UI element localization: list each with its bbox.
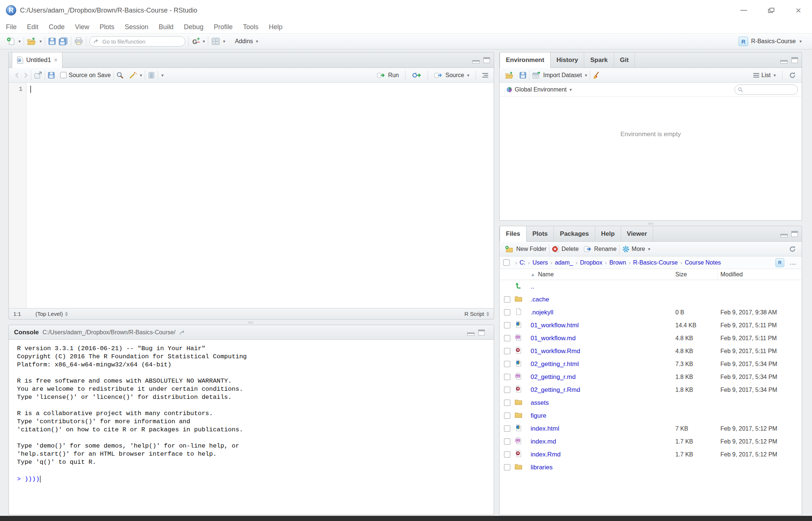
source-dropdown[interactable]: ▾ [467, 73, 469, 78]
menu-item[interactable]: Tools [243, 23, 258, 31]
save-all-button[interactable] [58, 37, 68, 45]
goto-directory-icon[interactable] [179, 329, 186, 335]
file-row[interactable]: MD R 01_workflow.html 14.4 KB Feb 9, 201… [500, 319, 802, 332]
file-checkbox[interactable] [504, 348, 510, 354]
git-icon[interactable]: G+− [192, 37, 200, 46]
column-header-name[interactable]: ▲ Name [531, 269, 675, 280]
file-row[interactable]: MD R index.Rmd 1.7 KB Feb 9, 2017, 5:12 … [500, 448, 802, 461]
source-on-save-toggle[interactable]: Source on Save [58, 72, 113, 79]
save-workspace-button[interactable] [517, 72, 529, 79]
file-name-link[interactable]: .nojekyll [531, 309, 675, 316]
goto-file-search[interactable] [89, 36, 185, 46]
menu-item[interactable]: Debug [184, 23, 203, 31]
files-tab[interactable]: Viewer [621, 226, 654, 241]
compile-notebook-button[interactable] [145, 72, 158, 79]
file-row[interactable]: MD R .cache [500, 293, 802, 306]
breadcrumb-link[interactable]: Users [532, 259, 548, 266]
document-outline-button[interactable] [480, 73, 491, 77]
source-save-button[interactable] [45, 72, 58, 79]
panes-layout-button[interactable] [211, 37, 220, 45]
console-prompt[interactable]: > )))) [17, 475, 494, 483]
menu-item[interactable]: Code [49, 23, 65, 31]
forward-icon[interactable] [23, 72, 28, 78]
file-checkbox[interactable] [504, 451, 510, 458]
new-file-button[interactable] [7, 37, 16, 46]
file-row[interactable]: MD R libraries [500, 461, 802, 474]
open-file-button[interactable] [27, 37, 37, 45]
file-name-link[interactable]: libraries [531, 464, 675, 471]
file-checkbox[interactable] [504, 361, 510, 367]
source-on-save-checkbox[interactable] [60, 72, 66, 78]
source-button[interactable]: Source ▾ [432, 72, 472, 79]
file-name-link[interactable]: index.md [531, 438, 675, 445]
menu-item[interactable]: View [75, 23, 89, 31]
menu-item[interactable]: Profile [214, 23, 233, 31]
file-checkbox[interactable] [504, 322, 510, 328]
file-name-link[interactable]: 02_getting_r.Rmd [531, 386, 675, 394]
file-row[interactable]: MD R figure [500, 409, 802, 422]
tab-untitled1[interactable]: R Untitled1 × [12, 52, 62, 68]
console-minimize-icon[interactable] [467, 332, 474, 336]
files-tab[interactable]: Files [500, 226, 527, 242]
file-row[interactable]: MD R index.md 1.7 KB Feb 9, 2017, 5:12 P… [500, 435, 802, 448]
file-name-link[interactable]: index.html [531, 425, 675, 432]
file-checkbox[interactable] [504, 438, 510, 445]
project-selector[interactable]: R R-Basics-Course ▾ [739, 37, 802, 46]
load-workspace-button[interactable] [503, 72, 517, 79]
file-checkbox[interactable] [504, 464, 510, 470]
menu-item[interactable]: Help [269, 23, 282, 31]
breadcrumb-link[interactable]: C: [520, 259, 525, 266]
minimize-button[interactable] [730, 0, 757, 21]
menu-item[interactable]: Build [159, 23, 174, 31]
breadcrumb-link[interactable]: R-Basics-Course [633, 259, 678, 266]
file-checkbox[interactable] [504, 374, 510, 380]
column-header-modified[interactable]: Modified [717, 269, 802, 280]
close-button[interactable]: × [785, 0, 812, 21]
menu-item[interactable]: Edit [27, 23, 38, 31]
environment-refresh-button[interactable] [786, 72, 799, 79]
new-file-dropdown[interactable]: ▾ [18, 39, 21, 44]
addins-button[interactable]: Addins▾ [235, 38, 258, 45]
horizontal-splitter[interactable] [248, 322, 253, 323]
file-name-link[interactable]: assets [531, 399, 675, 407]
console-output[interactable]: R version 3.3.1 (2016-06-21) -- "Bug in … [9, 340, 494, 515]
file-row[interactable]: MD R 02_getting_r.md 1.8 KB Feb 9, 2017,… [500, 370, 802, 383]
restore-button[interactable] [757, 0, 785, 21]
list-view-selector[interactable]: List ▾ [751, 72, 778, 79]
import-dataset-button[interactable]: Import Dataset ▾ [530, 72, 590, 79]
global-environment-selector[interactable]: Global Environment ▾ [503, 86, 575, 93]
file-checkbox[interactable] [504, 309, 510, 315]
environment-search-box[interactable] [734, 84, 798, 95]
environment-maximize-icon[interactable] [791, 57, 798, 63]
breadcrumb-link[interactable]: Course Notes [685, 259, 721, 266]
file-row[interactable]: MD R .. [500, 280, 802, 293]
environment-tab[interactable]: Git [614, 52, 635, 68]
files-minimize-icon[interactable] [780, 234, 788, 237]
file-name-link[interactable]: .cache [531, 296, 675, 303]
run-button[interactable]: Run [374, 72, 401, 79]
rerun-button[interactable] [409, 72, 424, 79]
file-row[interactable]: MD R 01_workflow.md 4.8 KB Feb 9, 2017, … [500, 332, 802, 345]
file-checkbox[interactable] [504, 413, 510, 419]
filetype-picker[interactable]: R Script [465, 311, 489, 317]
file-checkbox[interactable] [504, 400, 510, 406]
menu-item[interactable]: Session [125, 23, 148, 31]
open-recent-dropdown[interactable]: ▾ [40, 39, 42, 44]
source-maximize-icon[interactable] [483, 57, 490, 63]
print-button[interactable] [74, 37, 83, 45]
file-name-link[interactable]: 02_getting_r.html [531, 360, 675, 368]
file-checkbox[interactable] [504, 335, 510, 341]
file-row[interactable]: MD R .nojekyll 0 B Feb 9, 2017, 9:38 AM [500, 306, 802, 319]
select-all-checkbox[interactable] [503, 259, 510, 266]
more-button[interactable]: More ▾ [620, 245, 653, 253]
save-button[interactable] [48, 37, 56, 45]
clear-workspace-button[interactable] [590, 71, 603, 79]
files-refresh-button[interactable] [786, 245, 799, 253]
find-replace-button[interactable] [114, 72, 126, 79]
breadcrumb-link[interactable]: Dropbox [580, 259, 602, 266]
menu-item[interactable]: Plots [100, 23, 114, 31]
file-checkbox[interactable] [504, 296, 510, 303]
file-name-link[interactable]: index.Rmd [531, 451, 675, 458]
breadcrumb-link[interactable]: adam_ [555, 259, 573, 266]
popout-button[interactable] [31, 72, 45, 79]
